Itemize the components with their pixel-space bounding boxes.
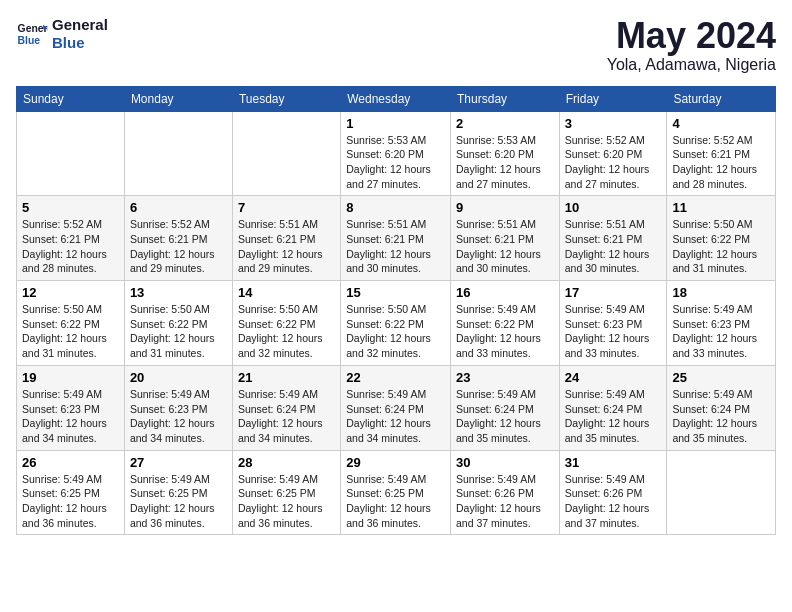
day-number: 26 (22, 455, 119, 470)
day-content: Sunrise: 5:49 AM Sunset: 6:23 PM Dayligh… (672, 302, 770, 361)
day-number: 19 (22, 370, 119, 385)
calendar-cell (17, 111, 125, 196)
day-number: 8 (346, 200, 445, 215)
day-number: 20 (130, 370, 227, 385)
calendar-cell: 18Sunrise: 5:49 AM Sunset: 6:23 PM Dayli… (667, 281, 776, 366)
page-header: General Blue General Blue May 2024 Yola,… (16, 16, 776, 74)
calendar-cell: 17Sunrise: 5:49 AM Sunset: 6:23 PM Dayli… (559, 281, 667, 366)
calendar-cell: 25Sunrise: 5:49 AM Sunset: 6:24 PM Dayli… (667, 365, 776, 450)
calendar-week-row: 12Sunrise: 5:50 AM Sunset: 6:22 PM Dayli… (17, 281, 776, 366)
day-content: Sunrise: 5:50 AM Sunset: 6:22 PM Dayligh… (238, 302, 335, 361)
day-content: Sunrise: 5:49 AM Sunset: 6:26 PM Dayligh… (565, 472, 662, 531)
day-number: 27 (130, 455, 227, 470)
calendar-cell: 8Sunrise: 5:51 AM Sunset: 6:21 PM Daylig… (341, 196, 451, 281)
calendar-table: SundayMondayTuesdayWednesdayThursdayFrid… (16, 86, 776, 536)
calendar-cell: 1Sunrise: 5:53 AM Sunset: 6:20 PM Daylig… (341, 111, 451, 196)
day-number: 23 (456, 370, 554, 385)
day-number: 25 (672, 370, 770, 385)
day-content: Sunrise: 5:49 AM Sunset: 6:22 PM Dayligh… (456, 302, 554, 361)
weekday-header: Sunday (17, 86, 125, 111)
location-title: Yola, Adamawa, Nigeria (607, 56, 776, 74)
calendar-cell: 29Sunrise: 5:49 AM Sunset: 6:25 PM Dayli… (341, 450, 451, 535)
day-content: Sunrise: 5:51 AM Sunset: 6:21 PM Dayligh… (565, 217, 662, 276)
calendar-cell: 4Sunrise: 5:52 AM Sunset: 6:21 PM Daylig… (667, 111, 776, 196)
calendar-cell: 6Sunrise: 5:52 AM Sunset: 6:21 PM Daylig… (124, 196, 232, 281)
day-content: Sunrise: 5:49 AM Sunset: 6:25 PM Dayligh… (22, 472, 119, 531)
day-content: Sunrise: 5:51 AM Sunset: 6:21 PM Dayligh… (238, 217, 335, 276)
calendar-cell: 13Sunrise: 5:50 AM Sunset: 6:22 PM Dayli… (124, 281, 232, 366)
calendar-cell: 23Sunrise: 5:49 AM Sunset: 6:24 PM Dayli… (451, 365, 560, 450)
day-number: 22 (346, 370, 445, 385)
day-content: Sunrise: 5:50 AM Sunset: 6:22 PM Dayligh… (346, 302, 445, 361)
calendar-cell: 21Sunrise: 5:49 AM Sunset: 6:24 PM Dayli… (232, 365, 340, 450)
calendar-cell (232, 111, 340, 196)
day-number: 17 (565, 285, 662, 300)
svg-text:Blue: Blue (18, 35, 41, 46)
day-number: 11 (672, 200, 770, 215)
day-number: 1 (346, 116, 445, 131)
calendar-week-row: 26Sunrise: 5:49 AM Sunset: 6:25 PM Dayli… (17, 450, 776, 535)
calendar-cell (124, 111, 232, 196)
day-number: 14 (238, 285, 335, 300)
calendar-week-row: 19Sunrise: 5:49 AM Sunset: 6:23 PM Dayli… (17, 365, 776, 450)
day-content: Sunrise: 5:49 AM Sunset: 6:24 PM Dayligh… (672, 387, 770, 446)
day-number: 5 (22, 200, 119, 215)
day-content: Sunrise: 5:51 AM Sunset: 6:21 PM Dayligh… (456, 217, 554, 276)
day-content: Sunrise: 5:49 AM Sunset: 6:24 PM Dayligh… (456, 387, 554, 446)
calendar-cell: 2Sunrise: 5:53 AM Sunset: 6:20 PM Daylig… (451, 111, 560, 196)
title-block: May 2024 Yola, Adamawa, Nigeria (607, 16, 776, 74)
calendar-body: 1Sunrise: 5:53 AM Sunset: 6:20 PM Daylig… (17, 111, 776, 535)
weekday-header: Wednesday (341, 86, 451, 111)
day-content: Sunrise: 5:49 AM Sunset: 6:24 PM Dayligh… (565, 387, 662, 446)
weekday-header: Saturday (667, 86, 776, 111)
day-content: Sunrise: 5:49 AM Sunset: 6:24 PM Dayligh… (238, 387, 335, 446)
logo-blue: Blue (52, 34, 108, 52)
calendar-cell: 20Sunrise: 5:49 AM Sunset: 6:23 PM Dayli… (124, 365, 232, 450)
day-number: 18 (672, 285, 770, 300)
weekday-header: Friday (559, 86, 667, 111)
calendar-header-row: SundayMondayTuesdayWednesdayThursdayFrid… (17, 86, 776, 111)
calendar-cell: 9Sunrise: 5:51 AM Sunset: 6:21 PM Daylig… (451, 196, 560, 281)
calendar-cell: 31Sunrise: 5:49 AM Sunset: 6:26 PM Dayli… (559, 450, 667, 535)
calendar-cell: 14Sunrise: 5:50 AM Sunset: 6:22 PM Dayli… (232, 281, 340, 366)
calendar-cell: 22Sunrise: 5:49 AM Sunset: 6:24 PM Dayli… (341, 365, 451, 450)
day-number: 13 (130, 285, 227, 300)
logo-icon: General Blue (16, 18, 48, 50)
calendar-cell: 12Sunrise: 5:50 AM Sunset: 6:22 PM Dayli… (17, 281, 125, 366)
day-content: Sunrise: 5:49 AM Sunset: 6:26 PM Dayligh… (456, 472, 554, 531)
day-number: 30 (456, 455, 554, 470)
day-content: Sunrise: 5:52 AM Sunset: 6:21 PM Dayligh… (130, 217, 227, 276)
day-number: 2 (456, 116, 554, 131)
day-number: 31 (565, 455, 662, 470)
calendar-cell: 15Sunrise: 5:50 AM Sunset: 6:22 PM Dayli… (341, 281, 451, 366)
calendar-cell: 26Sunrise: 5:49 AM Sunset: 6:25 PM Dayli… (17, 450, 125, 535)
calendar-cell: 24Sunrise: 5:49 AM Sunset: 6:24 PM Dayli… (559, 365, 667, 450)
day-content: Sunrise: 5:49 AM Sunset: 6:25 PM Dayligh… (238, 472, 335, 531)
day-number: 15 (346, 285, 445, 300)
calendar-cell: 19Sunrise: 5:49 AM Sunset: 6:23 PM Dayli… (17, 365, 125, 450)
day-number: 3 (565, 116, 662, 131)
calendar-cell: 30Sunrise: 5:49 AM Sunset: 6:26 PM Dayli… (451, 450, 560, 535)
day-number: 16 (456, 285, 554, 300)
day-content: Sunrise: 5:51 AM Sunset: 6:21 PM Dayligh… (346, 217, 445, 276)
day-content: Sunrise: 5:52 AM Sunset: 6:21 PM Dayligh… (22, 217, 119, 276)
day-content: Sunrise: 5:52 AM Sunset: 6:21 PM Dayligh… (672, 133, 770, 192)
calendar-cell: 10Sunrise: 5:51 AM Sunset: 6:21 PM Dayli… (559, 196, 667, 281)
day-number: 9 (456, 200, 554, 215)
calendar-cell (667, 450, 776, 535)
calendar-cell: 28Sunrise: 5:49 AM Sunset: 6:25 PM Dayli… (232, 450, 340, 535)
day-number: 6 (130, 200, 227, 215)
day-content: Sunrise: 5:53 AM Sunset: 6:20 PM Dayligh… (346, 133, 445, 192)
day-content: Sunrise: 5:49 AM Sunset: 6:24 PM Dayligh… (346, 387, 445, 446)
day-content: Sunrise: 5:50 AM Sunset: 6:22 PM Dayligh… (672, 217, 770, 276)
calendar-cell: 3Sunrise: 5:52 AM Sunset: 6:20 PM Daylig… (559, 111, 667, 196)
day-number: 29 (346, 455, 445, 470)
calendar-cell: 11Sunrise: 5:50 AM Sunset: 6:22 PM Dayli… (667, 196, 776, 281)
weekday-header: Monday (124, 86, 232, 111)
calendar-week-row: 5Sunrise: 5:52 AM Sunset: 6:21 PM Daylig… (17, 196, 776, 281)
day-content: Sunrise: 5:49 AM Sunset: 6:23 PM Dayligh… (130, 387, 227, 446)
day-content: Sunrise: 5:52 AM Sunset: 6:20 PM Dayligh… (565, 133, 662, 192)
day-content: Sunrise: 5:49 AM Sunset: 6:25 PM Dayligh… (130, 472, 227, 531)
weekday-header: Thursday (451, 86, 560, 111)
day-number: 28 (238, 455, 335, 470)
